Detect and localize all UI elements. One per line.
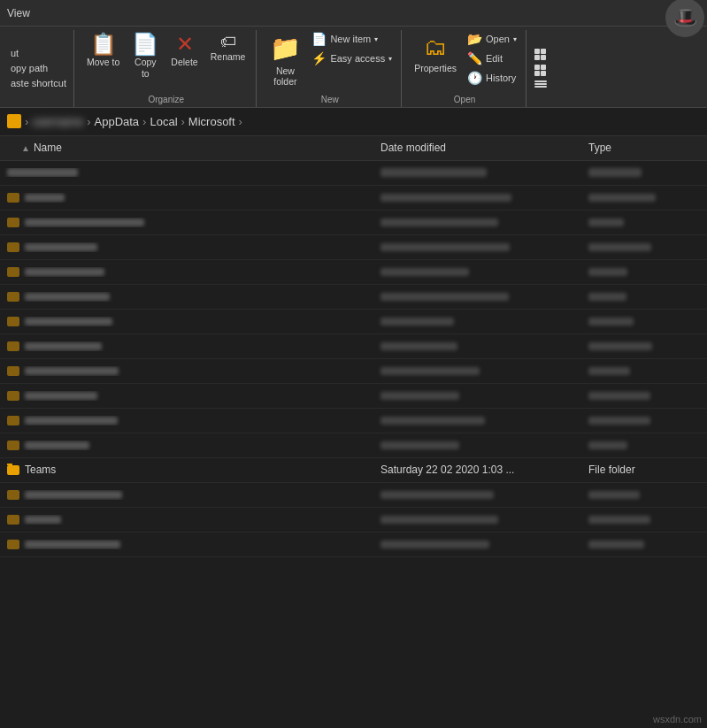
- file-type-cell-blurred: [588, 194, 707, 202]
- copy-path-button[interactable]: opy path: [7, 61, 70, 75]
- properties-button[interactable]: 🗂 Properties: [409, 30, 462, 78]
- table-row[interactable]: [0, 310, 707, 334]
- history-button[interactable]: 🕐 History: [464, 69, 520, 87]
- table-row[interactable]: [0, 359, 707, 384]
- breadcrumb-microsoft[interactable]: Microsoft: [188, 115, 235, 128]
- file-name-cell-blurred: [0, 391, 380, 401]
- file-date-cell-blurred: [380, 367, 588, 375]
- file-type-cell-blurred: [588, 318, 707, 326]
- layout-group: [528, 30, 553, 107]
- new-item-button[interactable]: 📄 New item ▾: [308, 30, 396, 48]
- file-date-cell-blurred: [380, 540, 588, 548]
- cut-button[interactable]: ut: [7, 46, 70, 60]
- large-icons-icon: [534, 49, 546, 60]
- folder-icon: [7, 465, 19, 475]
- table-row[interactable]: [0, 533, 707, 557]
- file-name-cell: Teams: [0, 464, 380, 476]
- file-type-cell-blurred: [588, 367, 707, 375]
- file-name-cell-blurred: [0, 193, 380, 203]
- copy-to-button[interactable]: 📄 Copyto: [127, 30, 164, 82]
- top-bar: View 🎩: [0, 0, 707, 27]
- user-avatar-circle[interactable]: 🎩: [665, 0, 704, 37]
- edit-button[interactable]: ✏️ Edit: [464, 50, 520, 67]
- history-label: History: [486, 73, 516, 83]
- easy-access-button[interactable]: ⚡ Easy access ▾: [308, 50, 396, 67]
- new-item-icon: 📄: [311, 32, 327, 46]
- new-item-caret: ▾: [374, 35, 378, 43]
- file-date-cell-blurred: [380, 392, 588, 400]
- rename-button[interactable]: 🏷 Rename: [205, 30, 251, 66]
- file-name-cell-blurred: [0, 292, 380, 302]
- move-to-button[interactable]: 📋 Move to: [81, 30, 125, 72]
- table-row[interactable]: [0, 285, 707, 310]
- table-row[interactable]: [0, 409, 707, 433]
- table-row[interactable]: [0, 433, 707, 458]
- file-date-cell-blurred: [380, 318, 588, 326]
- delete-icon: ✕: [176, 34, 194, 55]
- file-name-cell-blurred: [0, 317, 380, 326]
- new-group: 📁 Newfolder 📄 New item ▾ ⚡ Easy access ▾: [258, 30, 402, 107]
- new-folder-button[interactable]: 📁 Newfolder: [264, 30, 306, 91]
- easy-access-label: Easy access: [330, 53, 385, 64]
- table-row[interactable]: [0, 211, 707, 235]
- paste-shortcut-button[interactable]: aste shortcut: [7, 76, 70, 90]
- file-date-cell-blurred: [380, 417, 588, 425]
- file-date-cell-blurred: [380, 268, 588, 276]
- delete-button[interactable]: ✕ Delete: [165, 30, 203, 72]
- file-name-cell-blurred: [0, 540, 380, 549]
- table-row[interactable]: [0, 384, 707, 409]
- file-type-cell-blurred: [588, 293, 707, 301]
- breadcrumb-sep-3: ›: [181, 115, 185, 128]
- file-date-cell-blurred: [380, 342, 588, 350]
- breadcrumb-appdata[interactable]: AppData: [95, 115, 140, 128]
- file-type-cell-blurred: [588, 516, 707, 524]
- organize-group: 📋 Move to 📄 Copyto ✕ Delete 🏷 Rename: [76, 30, 257, 107]
- details-button[interactable]: [532, 80, 549, 88]
- breadcrumb-user[interactable]: username: [32, 115, 83, 128]
- large-icons-button[interactable]: [532, 48, 549, 61]
- column-name[interactable]: ▲ Name: [0, 142, 380, 154]
- col-name-label: Name: [34, 142, 62, 154]
- file-date-cell-blurred: [380, 243, 588, 251]
- table-row[interactable]: [0, 260, 707, 285]
- file-date-cell-blurred: [380, 218, 588, 226]
- medium-icons-button[interactable]: [532, 64, 549, 77]
- new-item-easy-access-stack: 📄 New item ▾ ⚡ Easy access ▾: [308, 30, 396, 67]
- blurred-header-row: [0, 161, 707, 186]
- copy-to-icon: 📄: [132, 34, 158, 55]
- easy-access-caret: ▾: [388, 55, 392, 63]
- organize-label: Organize: [81, 93, 250, 107]
- breadcrumb-sep-2: ›: [142, 115, 146, 128]
- quick-actions-group: ut opy path aste shortcut: [4, 30, 74, 107]
- table-row[interactable]: [0, 334, 707, 359]
- file-date-cell-blurred: [380, 491, 588, 499]
- open-edit-history-stack: 📂 Open ▾ ✏️ Edit 🕐 History: [464, 30, 520, 87]
- file-name-cell-blurred: [0, 341, 380, 351]
- details-icon: [534, 80, 547, 88]
- table-row[interactable]: [0, 235, 707, 260]
- table-row[interactable]: Teams Saturday 22 02 2020 1:03 ... File …: [0, 458, 707, 483]
- open-caret: ▾: [513, 35, 517, 43]
- breadcrumb-local[interactable]: Local: [150, 115, 177, 128]
- column-date[interactable]: Date modified: [380, 142, 588, 154]
- open-group: 🗂 Properties 📂 Open ▾ ✏️ Edit 🕐: [403, 30, 526, 107]
- view-label[interactable]: View: [7, 7, 30, 19]
- open-label: Open: [409, 93, 520, 107]
- file-date-cell-blurred: [380, 516, 588, 524]
- file-list: Teams Saturday 22 02 2020 1:03 ... File …: [0, 161, 707, 694]
- table-row[interactable]: [0, 186, 707, 211]
- avatar: 🎩: [663, 0, 707, 40]
- table-row[interactable]: [0, 508, 707, 533]
- open-button[interactable]: 📂 Open ▾: [464, 30, 520, 48]
- breadcrumb-home-icon: [7, 114, 21, 128]
- new-item-label: New item: [330, 34, 371, 44]
- file-type-cell-blurred: [588, 268, 707, 276]
- breadcrumb-sep-4: ›: [239, 115, 242, 128]
- file-type-cell-blurred: [588, 342, 707, 350]
- table-row[interactable]: [0, 483, 707, 508]
- file-name-cell-blurred: [0, 515, 380, 525]
- file-type-cell-blurred: [588, 218, 707, 226]
- file-name-cell-blurred: [0, 366, 380, 376]
- column-type[interactable]: Type: [588, 142, 707, 154]
- move-to-icon: 📋: [90, 34, 117, 55]
